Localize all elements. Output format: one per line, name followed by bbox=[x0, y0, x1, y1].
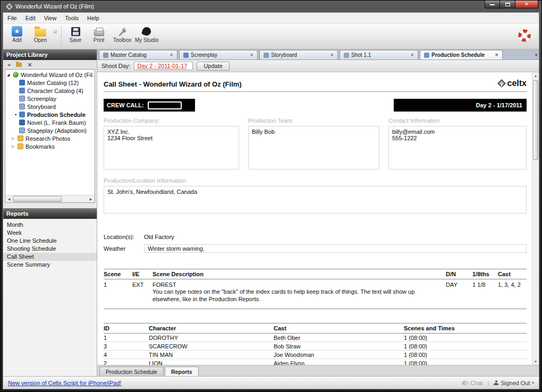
tree-delete-icon[interactable]: ✕ bbox=[27, 61, 32, 69]
scrollbar-track[interactable] bbox=[532, 79, 539, 358]
tree-item-character-catalog[interactable]: Character Catalog (4) bbox=[5, 87, 95, 95]
bottom-tab-bar: Production Schedule Reports bbox=[97, 365, 539, 376]
scrollbar-track[interactable] bbox=[13, 195, 87, 202]
my-studio-button[interactable]: My Studio bbox=[135, 25, 158, 43]
minimize-button[interactable] bbox=[485, 1, 500, 8]
shoot-day-select[interactable]: Day 2 - 2011-01-17 bbox=[134, 62, 193, 70]
weather-field[interactable]: Winter storm warning. bbox=[144, 244, 527, 253]
menu-help[interactable]: Help bbox=[83, 13, 104, 23]
chat-label: Chat bbox=[470, 380, 482, 386]
tree-item-label: Production Schedule bbox=[27, 112, 86, 118]
production-company-field[interactable]: XYZ Inc. 1234 Floor Street bbox=[104, 126, 239, 169]
tree-item-root[interactable]: ◢ Wonderful Wizard of Oz (Fil... bbox=[5, 71, 95, 79]
tab-screenplay[interactable]: Screenplay ✕ bbox=[179, 50, 258, 59]
contact-information-field[interactable]: billy@email.com 555-1222 bbox=[388, 126, 527, 169]
title-bar[interactable]: Wonderful Wizard of Oz (Film) ✕ bbox=[3, 1, 539, 12]
report-item-scene-summary[interactable]: Scene Summary bbox=[3, 261, 97, 269]
scroll-up-icon[interactable]: ▲ bbox=[532, 72, 539, 79]
save-button[interactable]: Save bbox=[65, 25, 86, 43]
tree-item-bookmarks[interactable]: ▷ Bookmarks bbox=[5, 142, 95, 150]
tab-master-catalog[interactable]: Master Catalog ✕ bbox=[99, 50, 177, 59]
chat-button[interactable]: Chat bbox=[462, 380, 482, 386]
tab-close-icon[interactable]: ✕ bbox=[330, 53, 334, 57]
id-cell: 3 bbox=[104, 343, 149, 350]
scenes-times-header: Scenes and Times bbox=[404, 325, 527, 331]
tree-item-novel[interactable]: Novel (L. Frank Baum) bbox=[5, 118, 95, 126]
tab-label: Production Schedule bbox=[431, 52, 493, 58]
expanded-arrow-icon[interactable]: ◢ bbox=[7, 73, 13, 77]
tree-add-icon[interactable]: + bbox=[7, 61, 11, 69]
signed-out-button[interactable]: Signed Out ▾ bbox=[494, 380, 534, 386]
reports-header: Reports bbox=[3, 208, 97, 219]
scrollbar-thumb[interactable] bbox=[13, 196, 62, 202]
open-button[interactable]: Open bbox=[30, 25, 51, 43]
tab-close-icon[interactable]: ✕ bbox=[250, 53, 253, 57]
tab-overflow-icon[interactable]: ▾ bbox=[535, 53, 537, 57]
tree-folder-icon[interactable] bbox=[16, 63, 22, 67]
update-button[interactable]: Update bbox=[197, 62, 229, 71]
locations-value: Old Factory bbox=[144, 234, 174, 240]
tab-close-icon[interactable]: ✕ bbox=[495, 53, 498, 57]
tree-item-label: Novel (L. Frank Baum) bbox=[27, 120, 86, 126]
report-item-call-sheet[interactable]: Call Sheet bbox=[3, 253, 97, 261]
tab-storyboard[interactable]: Storyboard ✕ bbox=[259, 50, 338, 59]
toolbox-wrench-icon bbox=[117, 26, 128, 37]
report-item-shooting-schedule[interactable]: Shooting Schedule bbox=[3, 245, 97, 253]
project-library-header: Project Library bbox=[3, 49, 97, 60]
tree-item-stageplay[interactable]: Stageplay (Adaptation) bbox=[5, 126, 95, 134]
menu-tools[interactable]: Tools bbox=[61, 13, 83, 23]
catalog-tab-icon bbox=[103, 53, 108, 58]
maximize-icon bbox=[505, 3, 510, 6]
tree-item-screenplay[interactable]: Screenplay bbox=[5, 95, 95, 103]
tree-horizontal-scrollbar[interactable]: ◀ ▶ bbox=[5, 195, 95, 202]
tree-item-production-schedule[interactable]: • Production Schedule bbox=[5, 110, 95, 118]
tab-close-icon[interactable]: ✕ bbox=[170, 53, 173, 57]
save-icon bbox=[71, 27, 80, 36]
scrollbar-thumb[interactable] bbox=[533, 80, 538, 160]
production-team-field[interactable]: Billy Bob bbox=[248, 126, 379, 169]
report-item-month[interactable]: Month bbox=[3, 221, 97, 229]
tree-item-storyboard[interactable]: Storyboard bbox=[5, 103, 95, 110]
scene-heading: FOREST bbox=[153, 282, 176, 288]
character-table-row: 3 SCARECROW Bob Straw 1 (08:00) bbox=[104, 342, 527, 351]
toolbox-label: Toolbox bbox=[113, 37, 131, 43]
add-button[interactable]: ★ Add bbox=[6, 25, 28, 43]
celtx-script-link[interactable]: New version of Celtx Script for iPhone/i… bbox=[8, 380, 121, 386]
divider bbox=[104, 91, 527, 92]
maximize-button[interactable] bbox=[500, 1, 515, 8]
tab-production-schedule[interactable]: Production Schedule ✕ bbox=[420, 50, 503, 59]
menu-file[interactable]: File bbox=[3, 13, 21, 23]
ie-cell: EXT bbox=[132, 282, 153, 303]
print-button[interactable]: Print bbox=[88, 25, 109, 43]
report-item-one-line-schedule[interactable]: One Line Schedule bbox=[3, 237, 97, 245]
collapsed-arrow-icon[interactable]: ▷ bbox=[12, 144, 18, 149]
bottom-tab-reports[interactable]: Reports bbox=[165, 367, 199, 376]
scroll-left-icon[interactable]: ◀ bbox=[5, 195, 13, 202]
project-tree: ◢ Wonderful Wizard of Oz (Fil... Master … bbox=[5, 69, 95, 203]
tab-close-icon[interactable]: ✕ bbox=[410, 53, 414, 57]
crew-call-input[interactable] bbox=[148, 101, 182, 109]
bottom-tab-production-schedule[interactable]: Production Schedule bbox=[99, 367, 164, 376]
scroll-down-icon[interactable]: ▼ bbox=[532, 358, 539, 365]
app-icon bbox=[6, 3, 13, 10]
reports-title: Reports bbox=[6, 210, 29, 217]
help-button[interactable] bbox=[516, 28, 532, 46]
scroll-right-icon[interactable]: ▶ bbox=[87, 195, 95, 202]
window-title: Wonderful Wizard of Oz (Film) bbox=[15, 3, 94, 10]
shoot-day-bar: Shoot Day: Day 2 - 2011-01-17 Update bbox=[97, 60, 539, 72]
production-schedule-tab-icon bbox=[424, 53, 429, 58]
tree-item-label: Bookmarks bbox=[26, 143, 55, 150]
menu-edit[interactable]: Edit bbox=[21, 13, 40, 23]
toolbox-button[interactable]: Toolbox bbox=[112, 25, 133, 43]
collapsed-arrow-icon[interactable]: ▷ bbox=[12, 137, 18, 141]
open-dropdown-icon[interactable] bbox=[53, 30, 57, 33]
tree-item-research-photos[interactable]: ▷ Research Photos bbox=[5, 134, 95, 142]
tree-item-master-catalog[interactable]: Master Catalog (12) bbox=[5, 79, 95, 87]
tab-shot-1-1[interactable]: Shot 1.1 ✕ bbox=[340, 50, 418, 59]
document-scrollbar[interactable]: ▲ ▼ bbox=[532, 72, 539, 365]
location-information-field[interactable]: St. John's, Newfoundland, Canada bbox=[104, 186, 527, 214]
menu-view[interactable]: View bbox=[40, 13, 61, 23]
window-controls: ✕ bbox=[485, 1, 538, 8]
close-button[interactable]: ✕ bbox=[515, 1, 538, 8]
report-item-week[interactable]: Week bbox=[3, 229, 97, 237]
